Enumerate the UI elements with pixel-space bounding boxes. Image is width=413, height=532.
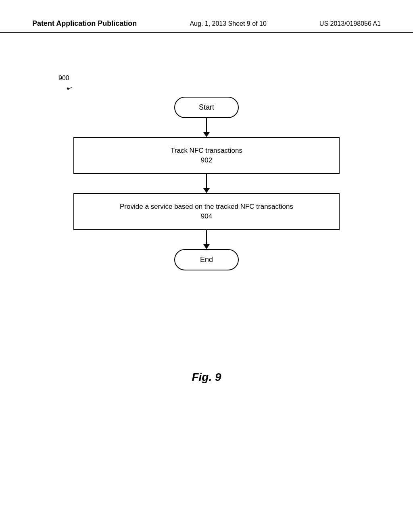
arrow-1 [203, 118, 210, 137]
arrow-line-1 [206, 118, 207, 132]
arrow-line-2 [206, 174, 207, 188]
figure-caption: Fig. 9 [192, 371, 221, 384]
arrow-line-3 [206, 230, 207, 244]
arrow-3 [203, 230, 210, 249]
arrow-head-3 [203, 244, 210, 249]
diagram-ref-number: 900 [58, 75, 69, 82]
flowchart: Start Track NFC transactions 902 Provide… [65, 97, 348, 270]
publication-label: Patent Application Publication [32, 19, 137, 28]
page: Patent Application Publication Aug. 1, 2… [0, 0, 413, 532]
end-node: End [174, 249, 239, 270]
arrow-head-2 [203, 188, 210, 193]
page-header: Patent Application Publication Aug. 1, 2… [0, 19, 413, 33]
arrow-head-1 [203, 132, 210, 137]
step-904-box: Provide a service based on the tracked N… [73, 193, 340, 230]
date-sheet-label: Aug. 1, 2013 Sheet 9 of 10 [137, 20, 319, 27]
start-node: Start [174, 97, 239, 118]
ref-arrow-icon: ↙ [65, 83, 75, 94]
arrow-2 [203, 174, 210, 193]
step-902-box: Track NFC transactions 902 [73, 137, 340, 174]
patent-number-label: US 2013/0198056 A1 [319, 20, 381, 27]
